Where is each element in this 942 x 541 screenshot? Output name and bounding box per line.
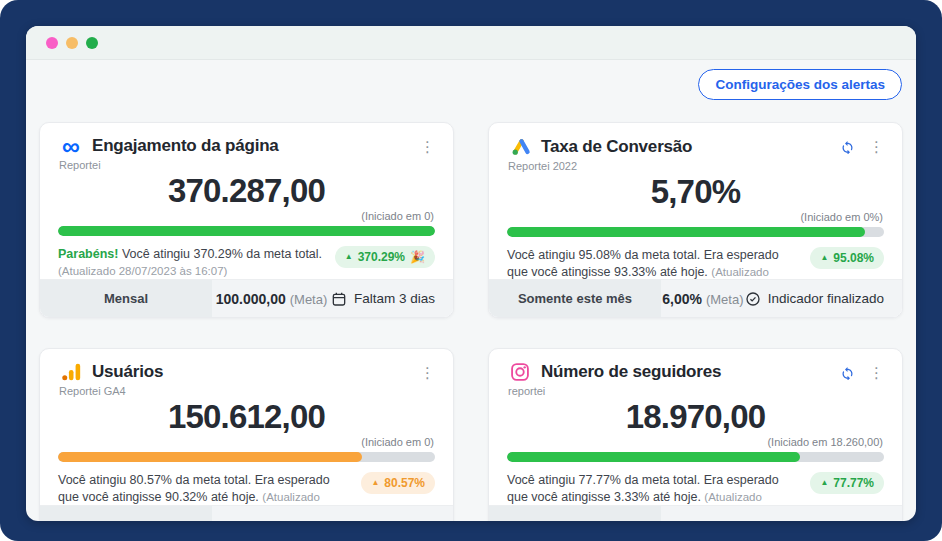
card-footer [40,505,453,521]
up-arrow-icon: ▲ [820,254,828,262]
card-source: reportei [508,385,884,397]
instagram-icon [507,362,533,382]
topbar: Configurações dos alertas [39,60,903,100]
period-label [489,506,661,521]
period-label [40,506,212,521]
status-message: Parabéns! Você atingiu 370.29% da meta t… [58,246,323,279]
progress-fill [507,452,800,462]
meta-goal: 6,00%(Meta) [661,291,745,307]
window-titlebar [26,26,916,60]
alerts-settings-button[interactable]: Configurações dos alertas [698,69,902,100]
started-label: (Iniciado em 0%) [508,211,883,223]
progress-fill [58,226,435,236]
metric-value: 370.287,00 [58,172,435,210]
meta-goal [212,517,453,522]
progress-fill [58,452,362,462]
started-label: (Iniciado em 0) [59,436,434,448]
google-analytics-icon [58,362,84,382]
metric-value: 150.612,00 [58,398,435,436]
more-options-icon[interactable]: ⋮ [420,139,435,154]
refresh-icon[interactable] [840,139,855,154]
card-source: Reportei 2022 [508,160,884,172]
metric-value: 18.970,00 [507,398,884,436]
card-title: Usuários [92,362,420,382]
meta-goal [661,517,902,522]
more-options-icon[interactable]: ⋮ [869,365,884,380]
window-zoom-button[interactable] [86,37,98,49]
app-window: Configurações dos alertas ∞ Engajamento … [26,26,916,521]
progress-fill [507,227,865,237]
more-options-icon[interactable]: ⋮ [420,365,435,380]
progress-track [58,452,435,462]
card-source: Reportei [59,159,435,171]
cards-grid: ∞ Engajamento da página ⋮ Reportei 370.2… [39,122,903,521]
card-taxa-de-conversao: Taxa de Conversão ⋮ Reportei 2022 5,70% … [488,122,903,318]
progress-track [507,227,884,237]
metric-value: 5,70% [507,173,884,211]
check-circle-icon [745,291,761,307]
up-arrow-icon: ▲ [820,479,828,487]
progress-badge: ▲370.29%🎉 [335,246,435,268]
period-label: Mensal [40,280,212,317]
meta-goal: 100.000,00(Meta) [212,291,331,307]
progress-badge: ▲77.77% [810,472,884,494]
card-numero-de-seguidores: Número de seguidores ⋮ reportei 18.970,0… [488,348,903,521]
page-background: Configurações dos alertas ∞ Engajamento … [0,0,942,541]
dashboard-content: Configurações dos alertas ∞ Engajamento … [26,60,916,521]
card-title: Taxa de Conversão [541,137,840,157]
card-footer: Mensal 100.000,00(Meta) Faltam 3 dias [40,279,453,317]
card-usuarios: Usuários ⋮ Reportei GA4 150.612,00 (Inic… [39,348,454,521]
refresh-icon[interactable] [840,365,855,380]
calendar-icon [331,291,347,307]
party-popper-icon: 🎉 [410,250,425,264]
google-ads-icon [507,136,533,157]
up-arrow-icon: ▲ [345,253,353,261]
started-label: (Iniciado em 0) [59,210,434,222]
more-options-icon[interactable]: ⋮ [869,139,884,154]
indicator-status: Indicador finalizado [745,291,902,307]
progress-track [58,226,435,236]
card-engajamento-da-pagina: ∞ Engajamento da página ⋮ Reportei 370.2… [39,122,454,318]
progress-track [507,452,884,462]
started-label: (Iniciado em 18.260,00) [508,436,883,448]
card-title: Número de seguidores [541,362,840,382]
up-arrow-icon: ▲ [371,479,379,487]
card-footer [489,505,902,521]
deadline-info: Faltam 3 dias [331,291,453,307]
card-source: Reportei GA4 [59,385,435,397]
progress-badge: ▲80.57% [361,472,435,494]
window-minimize-button[interactable] [66,37,78,49]
updated-timestamp: (Atualizado 28/07/2023 às 16:07) [58,265,227,277]
card-footer: Somente este mês 6,00%(Meta) Indicador f… [489,279,902,317]
progress-badge: ▲95.08% [810,247,884,269]
period-label: Somente este mês [489,280,661,317]
meta-icon: ∞ [58,136,84,156]
window-close-button[interactable] [46,37,58,49]
card-title: Engajamento da página [92,136,420,156]
